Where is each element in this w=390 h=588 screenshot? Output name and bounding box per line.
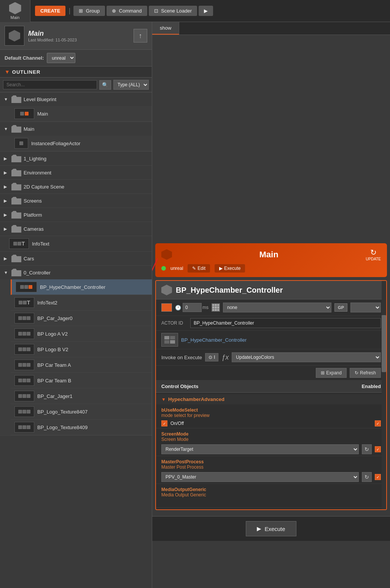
refresh-button[interactable]: ↻ Refresh <box>350 368 381 378</box>
group-icon: ⊞ <box>79 8 83 14</box>
checkbox-icon[interactable]: ✓ <box>161 420 167 426</box>
tree-leaf-logo-texture[interactable]: BP_Logo_Texture8407 <box>11 404 152 420</box>
co-item4-desc: Media Output Generic <box>161 492 381 498</box>
main-card-title: Main <box>259 250 279 260</box>
car-team-a-thumb <box>14 360 34 370</box>
co-group-arrow-icon: ▼ <box>161 397 166 402</box>
cameras-label: Cameras <box>24 226 44 232</box>
co-item3-enabled-check[interactable]: ✓ <box>375 474 381 480</box>
logo-a-thumb <box>14 328 34 339</box>
lighting-label: 1_Lighting <box>24 156 46 162</box>
tree-group-environment-header[interactable]: ▶ Environment <box>0 166 152 179</box>
tree-leaf-instanced-foliage[interactable]: InstancedFoliageActor <box>11 136 152 151</box>
tree-leaf-logo-b[interactable]: BP Logo B V2 <box>11 342 152 357</box>
scrollbar[interactable] <box>382 281 386 509</box>
screens-arrow: ▶ <box>4 198 9 203</box>
tab-show[interactable]: show <box>152 22 179 35</box>
type-filter-select[interactable]: Type (ALL) <box>113 80 149 90</box>
controller-panel: BP_HypeChamber_Controller 🕐 ms none <box>155 280 387 510</box>
tree-group-screens-header[interactable]: ▶ Screens <box>0 194 152 208</box>
tree-leaf-car-team-a[interactable]: BP Car Team A <box>11 357 152 373</box>
search-button[interactable]: 🔍 <box>99 80 111 90</box>
tree-leaf-car-jager1[interactable]: BP_Car_Jager1 <box>11 388 152 404</box>
tree-leaf-main[interactable]: Main <box>11 106 152 122</box>
co-item1-enabled-check[interactable]: ✓ <box>375 420 381 426</box>
enabled-col: Enabled <box>361 384 381 389</box>
command-button[interactable]: ⊕ Command <box>107 6 147 16</box>
logo-texture-thumb <box>14 406 34 417</box>
tree-leaf-car-jager0[interactable]: BP_Car_Jager0 <box>11 311 152 326</box>
scene-header: Main Last Modified: 11-05-2023 ↑ <box>0 22 152 50</box>
tree-group-level-blueprint-header[interactable]: ▼ Level Blueprint <box>0 92 152 106</box>
tree-group-lighting-header[interactable]: ▶ 1_Lighting <box>0 152 152 165</box>
tree-group-screens: ▶ Screens <box>0 194 152 208</box>
main-execute-button[interactable]: ▶ Execute <box>246 521 296 536</box>
time-unit: ms <box>202 305 209 310</box>
toggle-value: I <box>214 355 215 360</box>
folder-icon <box>11 95 21 103</box>
search-input[interactable] <box>3 80 97 89</box>
tree-group-main-header[interactable]: ▼ Main <box>0 122 152 136</box>
control-objects-col: Control Objects <box>161 384 199 389</box>
bp-hypechamber-label: BP_HypeChamber_Controller <box>40 284 105 290</box>
left-panel: Main Last Modified: 11-05-2023 ↑ Default… <box>0 22 152 588</box>
tree-leaf-car-team-b[interactable]: BP Car Team B <box>11 373 152 388</box>
ctrl-table-header: Control Objects Enabled <box>156 380 386 393</box>
refresh-icon: ↻ <box>355 370 358 376</box>
logo-b-label: BP Logo B V2 <box>37 347 68 352</box>
infotext-thumb: T <box>9 238 29 249</box>
grid-icon <box>212 303 220 312</box>
main-thumb <box>14 108 34 119</box>
app-logo-icon <box>9 2 21 14</box>
outliner-arrow-icon: ▼ <box>5 69 10 75</box>
scene-loader-button[interactable]: ⊡ Scene Loader <box>149 6 197 16</box>
expand-icon: ⊞ <box>321 370 325 376</box>
channel-select[interactable]: unreal <box>47 53 75 63</box>
scene-thumb-icon <box>9 30 20 41</box>
co-item2-enabled-check[interactable]: ✓ <box>375 446 381 452</box>
card-execute-button[interactable]: ▶ Execute <box>215 264 245 273</box>
tree-group-platform-header[interactable]: ▶ Platform <box>0 208 152 222</box>
toggle-button[interactable]: ⊙ I <box>205 353 218 361</box>
time-input[interactable] <box>183 303 202 312</box>
logo-texture-label: BP_Logo_Texture8407 <box>37 409 88 415</box>
co-group-header[interactable]: ▼ HypechamberAdvanced <box>156 394 386 404</box>
post-process-select[interactable]: PPV_0_Master <box>161 472 359 482</box>
scene-title: Main <box>28 30 130 38</box>
logo-texture2-label: BP_Logo_Texture8409 <box>37 425 88 430</box>
channel-dropdown[interactable]: none <box>223 303 331 312</box>
update-block: ↻ UPDATE <box>366 248 381 261</box>
color-swatch[interactable] <box>161 303 172 312</box>
tree-leaf-logo-a[interactable]: BP Logo A V2 <box>11 326 152 342</box>
more-button[interactable]: ▶ <box>199 6 213 16</box>
screen-mode-select[interactable]: RenderTarget <box>161 444 359 454</box>
car-jager0-label: BP_Car_Jager0 <box>37 315 73 321</box>
foliage-label: InstancedFoliageActor <box>31 141 80 146</box>
screen-mode-refresh[interactable]: ↻ <box>362 444 372 454</box>
gp-select[interactable] <box>350 303 381 312</box>
scene-upload-button[interactable]: ↑ <box>134 29 147 43</box>
folder-icon <box>11 211 21 219</box>
capture-arrow: ▶ <box>4 184 9 189</box>
tree-group-cars-header[interactable]: ▶ Cars <box>0 252 152 265</box>
post-process-refresh[interactable]: ↻ <box>362 472 372 482</box>
platform-arrow: ▶ <box>4 212 9 217</box>
gp-button[interactable]: GP <box>334 303 347 312</box>
tree-leaf-infotext[interactable]: T InfoText <box>0 236 152 252</box>
function-select[interactable]: UpdateLogoColors <box>232 352 381 362</box>
main-folder-children: InstancedFoliageActor <box>0 136 152 151</box>
edit-button[interactable]: ✎ Edit <box>188 264 210 273</box>
tree-leaf-logo-texture2[interactable]: BP_Logo_Texture8409 <box>11 420 152 435</box>
tree-group-controller-header[interactable]: ▼ 0_Controller <box>0 266 152 279</box>
expand-button[interactable]: ⊞ Expand <box>316 368 347 378</box>
tree-leaf-bp-hypechamber[interactable]: BP_HypeChamber_Controller <box>11 279 152 295</box>
group-button[interactable]: ⊞ Group <box>73 6 105 16</box>
level-blueprint-children: Main <box>0 106 152 122</box>
tree-group-cameras-header[interactable]: ▶ Cameras <box>0 222 152 236</box>
tree-leaf-infotext2[interactable]: T InfoText2 <box>11 295 152 311</box>
co-item2-control: RenderTarget ↻ ✓ <box>161 444 381 454</box>
scroll-thumb[interactable] <box>382 315 386 372</box>
controller-folder-label: 0_Controller <box>24 270 51 276</box>
create-button[interactable]: CREATE <box>35 6 65 16</box>
tree-group-capture-header[interactable]: ▶ 2D Capture Scene <box>0 180 152 193</box>
